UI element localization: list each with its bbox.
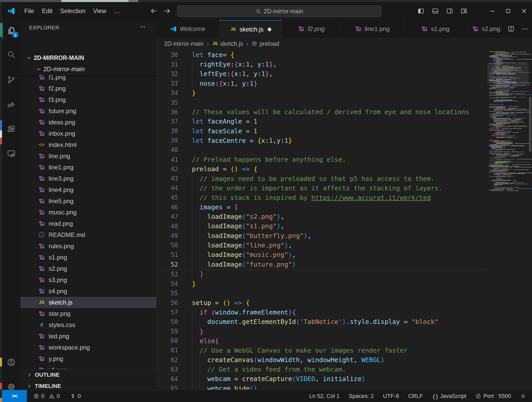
code-line-59[interactable]: 59} [156,327,487,336]
code-line-38[interactable]: 38let faceScale = 1 [156,126,487,136]
code-editor[interactable]: 30let face= {31rightEye:{x:1, y:1},32lef… [156,50,487,390]
explorer-more-actions-icon[interactable] [139,24,146,30]
menu-file[interactable]: File [20,6,38,16]
file-s1.png[interactable]: s1.png [20,252,156,263]
account-button[interactable] [2,353,20,372]
breadcrumb-item-sketch.js[interactable]: JSsketch.js [212,40,243,47]
breadcrumb-item-2D-mirror-main[interactable]: 2D-mirror-main [164,40,204,47]
outline-section[interactable]: OUTLINE [20,369,156,381]
status-spaces-2[interactable]: Spaces: 2 [349,393,374,399]
code-line-47[interactable]: 47loadImage("s2.png"), [156,212,487,221]
tab-f2.png[interactable]: f2.png [282,20,341,38]
ports-status[interactable]: 0 [70,393,81,399]
status-ln-52-col-1[interactable]: Ln 52, Col 1 [309,393,340,399]
file-s3.png[interactable]: s3.png [20,274,156,286]
code-line-48[interactable]: 48loadImage("s1.png"), [156,221,487,231]
minimize-button[interactable] [484,2,500,20]
code-line-64[interactable]: 64webcam = createCapture(VIDEO, initiali… [156,374,487,384]
code-line-51[interactable]: 51loadImage("music.png"), [156,250,487,259]
code-line-43[interactable]: 43// images need to be preloaded so that… [156,174,487,183]
timeline-section[interactable]: TIMELINE [20,380,156,390]
code-line-37[interactable]: 37let faceAngle = 1 [156,117,487,126]
file-read.png[interactable]: read.png [20,218,156,229]
subfolder-row[interactable]: 2D-mirror-main [20,63,156,75]
code-line-34[interactable]: 34} [156,88,487,98]
file-star.png[interactable]: star.png [20,308,156,319]
file-f2.png[interactable]: f2.png [20,83,156,94]
customize-layout-icon[interactable] [460,7,468,15]
code-line-54[interactable]: 54} [156,279,487,289]
file-ted.png[interactable]: ted.png [20,331,156,342]
minimap[interactable] [487,50,528,390]
status-port-5500[interactable]: Port : 5500 [475,393,511,399]
code-line-36[interactable]: 36// These values will be calculated / d… [156,107,487,117]
file-sketch.js[interactable]: JSsketch.js [20,297,156,308]
file-index.html[interactable]: <>index.html [20,139,156,150]
command-center-search[interactable]: 2D-mirror-main [177,5,381,17]
menu-selection[interactable]: Selection [56,6,89,16]
file-music.png[interactable]: music.png [20,207,156,218]
code-line-31[interactable]: 31rightEye:{x:1, y:1}, [156,60,487,69]
toggle-secondary-sidebar-icon[interactable] [446,7,453,15]
code-line-44[interactable]: 44// the order is important as it affect… [156,183,487,193]
toggle-panel-icon[interactable] [432,7,439,15]
close-button[interactable] [516,2,532,20]
tab-sketch.js[interactable]: JSsketch.js [219,20,282,38]
code-line-46[interactable]: 46images = [ [156,202,487,212]
tab-s2.png[interactable]: s2.png [467,20,506,38]
activity-run-debug-button[interactable] [2,95,20,114]
code-line-52[interactable]: 52loadImage("future.png") [156,259,487,269]
activity-source-control-button[interactable] [2,71,20,89]
menu-dots[interactable]: … [110,6,124,16]
file-y.png[interactable]: y.png [20,353,156,364]
code-line-49[interactable]: 49loadImage("butterfly.png"), [156,231,487,241]
code-line-57[interactable]: 57if (window.frameElement){ [156,308,487,317]
problems-status[interactable]: 0 0 [34,393,60,399]
code-line-58[interactable]: 58document.getElementById('TabNotice').s… [156,317,487,327]
breadcrumb-item-preload[interactable]: preload [251,40,279,47]
code-line-56[interactable]: 56setup = () => { [156,298,487,308]
file-inbox.png[interactable]: inbox.png [20,128,156,139]
activity-extensions-button[interactable] [2,120,20,138]
file-README.md[interactable]: ⓘREADME.md [20,229,156,241]
activity-search-button[interactable] [2,45,20,64]
code-line-32[interactable]: 32leftEye:{x:1, y:1}, [156,69,487,79]
code-line-55[interactable]: 55 [156,289,487,298]
code-line-33[interactable]: 33nose:{x:1, y:1} [156,79,487,88]
activity-explorer-button[interactable]: 1 [2,21,20,40]
code-line-40[interactable]: 40 [156,145,487,155]
code-line-45[interactable]: 45// this stack is inspired by https://w… [156,193,487,202]
minimap-viewport[interactable] [487,63,528,84]
activity-remote-explorer-button[interactable] [2,144,20,163]
workspace-folder-row[interactable]: 2D-MIRROR-MAIN [20,52,156,63]
remote-indicator[interactable]: >< [2,390,27,402]
file-workspace.png[interactable]: workspace.png [20,342,156,353]
tab-line1.png[interactable]: line1.png [341,20,404,38]
file-f3.png[interactable]: f3.png [20,94,156,105]
code-line-53[interactable]: 53] [156,269,487,279]
split-editor-icon[interactable] [507,25,515,32]
code-line-39[interactable]: 39let faceCentre = {x:1,y:1} [156,136,487,145]
editor-more-actions-icon[interactable] [521,25,528,32]
code-line-41[interactable]: 41// Preload happens before anything els… [156,155,487,164]
file-line3.png[interactable]: line3.png [20,173,156,184]
code-line-42[interactable]: 42preload = () => { [156,164,487,174]
file-line.png[interactable]: line.png [20,150,156,162]
status-bell[interactable] [520,393,526,399]
menu-view[interactable]: View [89,6,110,16]
navigate-forward-icon[interactable] [163,7,171,15]
code-line-61[interactable]: 61// Use a WebGL Canvas to make our imag… [156,346,487,355]
editor-scrollbar[interactable] [529,97,531,152]
tab-s1.png[interactable]: s1.png [404,20,467,38]
code-line-63[interactable]: 63// Get a video feed from the webcam. [156,365,487,374]
status-crlf[interactable]: CRLF [408,393,423,399]
file-future.png[interactable]: future.png [20,105,156,117]
file-rules.png[interactable]: rules.png [20,241,156,252]
code-line-60[interactable]: 60else{ [156,336,487,346]
code-line-30[interactable]: 30let face= { [156,50,487,60]
file-line1.png[interactable]: line1.png [20,162,156,173]
code-line-62[interactable]: 62createCanvas(windowWidth, windowHeight… [156,355,487,365]
file-styles.css[interactable]: #styles.css [20,319,156,331]
maximize-button[interactable] [500,2,516,20]
file-line4.png[interactable]: line4.png [20,184,156,195]
